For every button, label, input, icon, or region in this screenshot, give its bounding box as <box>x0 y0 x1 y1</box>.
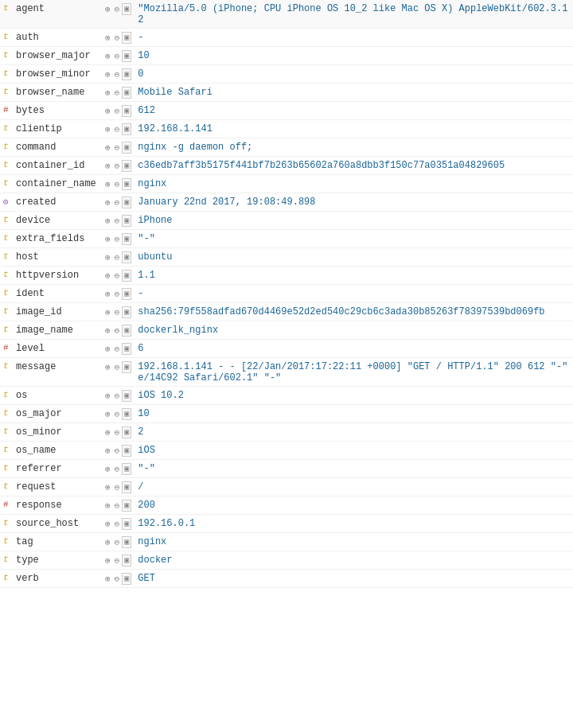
zoom-out-icon[interactable]: ⊖ <box>113 252 122 263</box>
zoom-out-icon[interactable]: ⊖ <box>113 271 122 281</box>
zoom-out-icon[interactable]: ⊖ <box>113 344 122 354</box>
zoom-out-icon[interactable]: ⊖ <box>113 555 122 566</box>
field-toggle-icon[interactable]: ▣ <box>122 160 131 172</box>
zoom-out-icon[interactable]: ⊖ <box>113 234 122 244</box>
field-toggle-icon[interactable]: ▣ <box>122 197 131 208</box>
field-toggle-icon[interactable]: ▣ <box>122 32 131 44</box>
zoom-out-icon[interactable]: ⊖ <box>113 500 122 511</box>
field-value-text: "-" <box>138 462 570 474</box>
zoom-out-icon[interactable]: ⊖ <box>113 409 122 419</box>
zoom-in-icon[interactable]: ⊕ <box>103 106 112 116</box>
zoom-out-icon[interactable]: ⊖ <box>113 289 122 299</box>
zoom-out-icon[interactable]: ⊖ <box>113 69 122 80</box>
zoom-in-icon[interactable]: ⊕ <box>103 216 112 226</box>
zoom-in-icon[interactable]: ⊕ <box>103 325 112 336</box>
zoom-in-icon[interactable]: ⊕ <box>103 4 112 14</box>
zoom-out-icon[interactable]: ⊖ <box>113 106 122 116</box>
field-name-label: level <box>16 342 103 354</box>
zoom-out-icon[interactable]: ⊖ <box>113 4 122 14</box>
field-toggle-icon[interactable]: ▣ <box>122 68 131 80</box>
field-toggle-icon[interactable]: ▣ <box>122 142 131 154</box>
zoom-in-icon[interactable]: ⊕ <box>103 537 112 547</box>
zoom-in-icon[interactable]: ⊕ <box>103 88 112 98</box>
field-type-indicator: # <box>3 104 14 115</box>
field-toggle-icon[interactable]: ▣ <box>122 123 131 135</box>
field-toggle-icon[interactable]: ▣ <box>122 325 131 337</box>
field-toggle-icon[interactable]: ▣ <box>122 270 131 282</box>
zoom-out-icon[interactable]: ⊖ <box>113 446 122 456</box>
field-toggle-icon[interactable]: ▣ <box>122 426 131 438</box>
field-toggle-icon[interactable]: ▣ <box>122 445 131 457</box>
field-toggle-icon[interactable]: ▣ <box>122 518 131 530</box>
zoom-out-icon[interactable]: ⊖ <box>113 124 122 134</box>
zoom-in-icon[interactable]: ⊕ <box>103 179 112 189</box>
field-toggle-icon[interactable]: ▣ <box>122 50 131 62</box>
zoom-out-icon[interactable]: ⊖ <box>113 51 122 61</box>
field-toggle-icon[interactable]: ▣ <box>122 463 131 475</box>
field-toggle-icon[interactable]: ▣ <box>122 251 131 263</box>
zoom-in-icon[interactable]: ⊕ <box>103 344 112 354</box>
table-row: ttag⊕⊖▣nginx <box>0 533 573 551</box>
field-toggle-icon[interactable]: ▣ <box>122 573 131 585</box>
zoom-out-icon[interactable]: ⊖ <box>113 179 122 189</box>
zoom-in-icon[interactable]: ⊕ <box>103 33 112 43</box>
field-toggle-icon[interactable]: ▣ <box>122 288 131 300</box>
zoom-out-icon[interactable]: ⊖ <box>113 88 122 98</box>
zoom-in-icon[interactable]: ⊕ <box>103 574 112 584</box>
zoom-in-icon[interactable]: ⊕ <box>103 362 112 372</box>
zoom-in-icon[interactable]: ⊕ <box>103 124 112 134</box>
zoom-in-icon[interactable]: ⊕ <box>103 289 112 299</box>
zoom-out-icon[interactable]: ⊖ <box>113 197 122 208</box>
field-toggle-icon[interactable]: ▣ <box>122 3 131 15</box>
zoom-in-icon[interactable]: ⊕ <box>103 69 112 80</box>
zoom-in-icon[interactable]: ⊕ <box>103 234 112 244</box>
zoom-out-icon[interactable]: ⊖ <box>113 161 122 171</box>
zoom-in-icon[interactable]: ⊕ <box>103 271 112 281</box>
field-name-label: type <box>16 554 103 566</box>
field-toggle-icon[interactable]: ▣ <box>122 390 131 402</box>
field-toggle-icon[interactable]: ▣ <box>122 536 131 548</box>
zoom-in-icon[interactable]: ⊕ <box>103 409 112 419</box>
zoom-out-icon[interactable]: ⊖ <box>113 216 122 226</box>
zoom-out-icon[interactable]: ⊖ <box>113 362 122 372</box>
zoom-in-icon[interactable]: ⊕ <box>103 197 112 208</box>
zoom-in-icon[interactable]: ⊕ <box>103 142 112 153</box>
field-toggle-icon[interactable]: ▣ <box>122 555 131 566</box>
field-toggle-icon[interactable]: ▣ <box>122 233 131 245</box>
zoom-out-icon[interactable]: ⊖ <box>113 33 122 43</box>
zoom-in-icon[interactable]: ⊕ <box>103 446 112 456</box>
zoom-out-icon[interactable]: ⊖ <box>113 427 122 438</box>
table-row: #level⊕⊖▣6 <box>0 340 573 358</box>
field-toggle-icon[interactable]: ▣ <box>122 343 131 355</box>
field-toggle-icon[interactable]: ▣ <box>122 306 131 318</box>
zoom-out-icon[interactable]: ⊖ <box>113 325 122 336</box>
zoom-in-icon[interactable]: ⊕ <box>103 427 112 438</box>
zoom-in-icon[interactable]: ⊕ <box>103 519 112 529</box>
zoom-out-icon[interactable]: ⊖ <box>113 519 122 529</box>
zoom-in-icon[interactable]: ⊕ <box>103 307 112 317</box>
field-toggle-icon[interactable]: ▣ <box>122 215 131 227</box>
zoom-in-icon[interactable]: ⊕ <box>103 500 112 511</box>
field-toggle-icon[interactable]: ▣ <box>122 500 131 512</box>
zoom-out-icon[interactable]: ⊖ <box>113 142 122 153</box>
zoom-out-icon[interactable]: ⊖ <box>113 391 122 401</box>
zoom-in-icon[interactable]: ⊕ <box>103 555 112 566</box>
field-toggle-icon[interactable]: ▣ <box>122 481 131 493</box>
zoom-in-icon[interactable]: ⊕ <box>103 482 112 492</box>
zoom-out-icon[interactable]: ⊖ <box>113 307 122 317</box>
zoom-out-icon[interactable]: ⊖ <box>113 482 122 492</box>
field-type-indicator: t <box>3 572 14 582</box>
zoom-out-icon[interactable]: ⊖ <box>113 574 122 584</box>
zoom-in-icon[interactable]: ⊕ <box>103 464 112 474</box>
field-toggle-icon[interactable]: ▣ <box>122 105 131 117</box>
zoom-out-icon[interactable]: ⊖ <box>113 464 122 474</box>
zoom-in-icon[interactable]: ⊕ <box>103 161 112 171</box>
zoom-in-icon[interactable]: ⊕ <box>103 252 112 263</box>
field-toggle-icon[interactable]: ▣ <box>122 361 131 373</box>
zoom-in-icon[interactable]: ⊕ <box>103 391 112 401</box>
field-toggle-icon[interactable]: ▣ <box>122 87 131 99</box>
zoom-out-icon[interactable]: ⊖ <box>113 537 122 547</box>
zoom-in-icon[interactable]: ⊕ <box>103 51 112 61</box>
field-toggle-icon[interactable]: ▣ <box>122 408 131 420</box>
field-toggle-icon[interactable]: ▣ <box>122 178 131 190</box>
